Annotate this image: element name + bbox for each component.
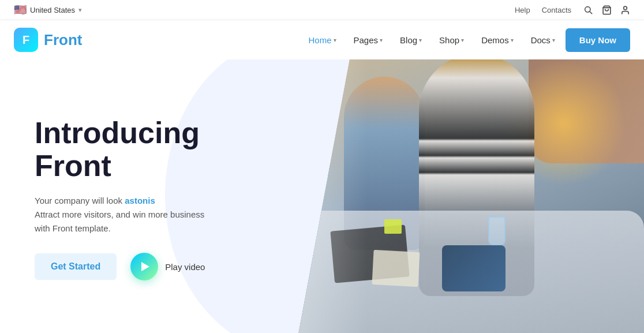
country-chevron: ▾ [78,6,82,14]
play-video-label: Play video [165,262,205,272]
top-icons [583,5,630,15]
highlight-text: astonis [125,196,155,205]
play-video-link[interactable]: Play video [130,253,205,280]
buy-now-button[interactable]: Buy Now [566,28,630,52]
nav-links: Home ▾ Pages ▾ Blog ▾ Shop ▾ Demos ▾ Doc… [301,28,630,52]
shop-chevron: ▾ [461,37,464,43]
get-started-button[interactable]: Get Started [35,253,117,280]
nav-item-blog[interactable]: Blog ▾ [393,31,429,50]
top-bar-right: Help Contacts [515,5,630,15]
nav-item-pages[interactable]: Pages ▾ [347,31,390,50]
flag-icon: 🇺🇸 [14,3,27,16]
hero-actions: Get Started Play video [35,253,302,280]
hero-content: Introducing Front Your company will look… [35,117,302,280]
nav-item-docs[interactable]: Docs ▾ [524,31,562,50]
hero-subtitle: Your company will look astonis Attract m… [35,194,248,235]
blend-overlay [298,59,644,333]
contacts-link[interactable]: Contacts [542,6,571,14]
svg-line-1 [590,12,592,14]
hero-image [298,59,644,333]
cart-icon[interactable] [601,5,612,15]
pages-chevron: ▾ [380,37,383,43]
help-link[interactable]: Help [515,6,530,14]
svg-point-3 [623,6,627,10]
logo-icon: F [14,28,38,52]
hero-scene-bg [298,59,644,333]
nav-item-demos[interactable]: Demos ▾ [474,31,521,50]
search-icon[interactable] [583,5,593,15]
nav-item-home[interactable]: Home ▾ [301,31,343,50]
logo-text: Front [44,31,82,49]
user-icon[interactable] [620,5,630,15]
nav-item-shop[interactable]: Shop ▾ [432,31,471,50]
country-label: United States [30,6,75,14]
top-bar: 🇺🇸 United States ▾ Help Contacts [0,0,644,20]
main-nav: F Front Home ▾ Pages ▾ Blog ▾ Shop ▾ Dem… [0,20,644,59]
docs-chevron: ▾ [552,37,555,43]
blog-chevron: ▾ [419,37,422,43]
demos-chevron: ▾ [511,37,514,43]
country-selector[interactable]: 🇺🇸 United States ▾ [14,3,82,16]
hero-section: Introducing Front Your company will look… [0,59,644,333]
hero-title: Introducing Front [35,117,302,182]
home-chevron: ▾ [334,37,336,43]
play-triangle [141,262,149,271]
play-button-icon[interactable] [130,253,158,280]
logo[interactable]: F Front [14,28,82,52]
